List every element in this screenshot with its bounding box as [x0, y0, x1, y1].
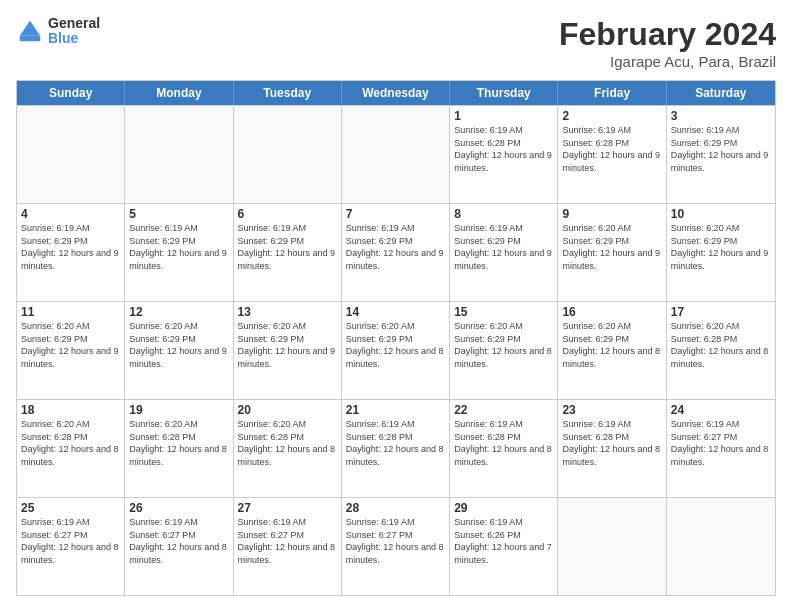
day-number: 5 [129, 207, 228, 221]
day-info: Sunrise: 6:19 AMSunset: 6:28 PMDaylight:… [454, 124, 553, 174]
day-cell-17: 17Sunrise: 6:20 AMSunset: 6:28 PMDayligh… [667, 302, 775, 399]
header-day-monday: Monday [125, 81, 233, 105]
day-info: Sunrise: 6:19 AMSunset: 6:27 PMDaylight:… [238, 516, 337, 566]
day-info: Sunrise: 6:19 AMSunset: 6:26 PMDaylight:… [454, 516, 553, 566]
day-info: Sunrise: 6:19 AMSunset: 6:28 PMDaylight:… [562, 124, 661, 174]
week-row-1: 4Sunrise: 6:19 AMSunset: 6:29 PMDaylight… [17, 203, 775, 301]
header-day-sunday: Sunday [17, 81, 125, 105]
day-cell-21: 21Sunrise: 6:19 AMSunset: 6:28 PMDayligh… [342, 400, 450, 497]
empty-cell [17, 106, 125, 203]
main-title: February 2024 [559, 16, 776, 53]
day-cell-10: 10Sunrise: 6:20 AMSunset: 6:29 PMDayligh… [667, 204, 775, 301]
header-day-friday: Friday [558, 81, 666, 105]
svg-rect-1 [20, 36, 41, 42]
day-info: Sunrise: 6:20 AMSunset: 6:29 PMDaylight:… [671, 222, 771, 272]
day-cell-1: 1Sunrise: 6:19 AMSunset: 6:28 PMDaylight… [450, 106, 558, 203]
empty-cell [125, 106, 233, 203]
svg-marker-0 [20, 21, 41, 36]
day-info: Sunrise: 6:20 AMSunset: 6:29 PMDaylight:… [562, 320, 661, 370]
header-day-thursday: Thursday [450, 81, 558, 105]
day-number: 25 [21, 501, 120, 515]
day-info: Sunrise: 6:19 AMSunset: 6:27 PMDaylight:… [21, 516, 120, 566]
calendar-body: 1Sunrise: 6:19 AMSunset: 6:28 PMDaylight… [17, 105, 775, 595]
day-number: 29 [454, 501, 553, 515]
day-info: Sunrise: 6:20 AMSunset: 6:29 PMDaylight:… [21, 320, 120, 370]
day-cell-18: 18Sunrise: 6:20 AMSunset: 6:28 PMDayligh… [17, 400, 125, 497]
day-cell-24: 24Sunrise: 6:19 AMSunset: 6:27 PMDayligh… [667, 400, 775, 497]
empty-cell [342, 106, 450, 203]
week-row-4: 25Sunrise: 6:19 AMSunset: 6:27 PMDayligh… [17, 497, 775, 595]
day-info: Sunrise: 6:19 AMSunset: 6:29 PMDaylight:… [129, 222, 228, 272]
day-number: 27 [238, 501, 337, 515]
day-number: 11 [21, 305, 120, 319]
calendar: SundayMondayTuesdayWednesdayThursdayFrid… [16, 80, 776, 596]
day-info: Sunrise: 6:19 AMSunset: 6:29 PMDaylight:… [454, 222, 553, 272]
day-number: 9 [562, 207, 661, 221]
day-number: 6 [238, 207, 337, 221]
day-number: 19 [129, 403, 228, 417]
day-info: Sunrise: 6:19 AMSunset: 6:28 PMDaylight:… [346, 418, 445, 468]
day-cell-5: 5Sunrise: 6:19 AMSunset: 6:29 PMDaylight… [125, 204, 233, 301]
day-number: 28 [346, 501, 445, 515]
day-number: 23 [562, 403, 661, 417]
header-day-wednesday: Wednesday [342, 81, 450, 105]
day-info: Sunrise: 6:20 AMSunset: 6:29 PMDaylight:… [129, 320, 228, 370]
header-day-saturday: Saturday [667, 81, 775, 105]
day-number: 10 [671, 207, 771, 221]
day-number: 2 [562, 109, 661, 123]
week-row-0: 1Sunrise: 6:19 AMSunset: 6:28 PMDaylight… [17, 105, 775, 203]
week-row-3: 18Sunrise: 6:20 AMSunset: 6:28 PMDayligh… [17, 399, 775, 497]
day-info: Sunrise: 6:19 AMSunset: 6:29 PMDaylight:… [346, 222, 445, 272]
day-cell-22: 22Sunrise: 6:19 AMSunset: 6:28 PMDayligh… [450, 400, 558, 497]
day-info: Sunrise: 6:19 AMSunset: 6:29 PMDaylight:… [238, 222, 337, 272]
day-number: 3 [671, 109, 771, 123]
day-info: Sunrise: 6:19 AMSunset: 6:29 PMDaylight:… [671, 124, 771, 174]
day-info: Sunrise: 6:20 AMSunset: 6:28 PMDaylight:… [671, 320, 771, 370]
day-number: 22 [454, 403, 553, 417]
day-info: Sunrise: 6:20 AMSunset: 6:29 PMDaylight:… [238, 320, 337, 370]
logo: General Blue [16, 16, 100, 47]
day-info: Sunrise: 6:20 AMSunset: 6:29 PMDaylight:… [562, 222, 661, 272]
day-cell-27: 27Sunrise: 6:19 AMSunset: 6:27 PMDayligh… [234, 498, 342, 595]
day-info: Sunrise: 6:20 AMSunset: 6:29 PMDaylight:… [454, 320, 553, 370]
day-number: 26 [129, 501, 228, 515]
day-cell-8: 8Sunrise: 6:19 AMSunset: 6:29 PMDaylight… [450, 204, 558, 301]
day-info: Sunrise: 6:20 AMSunset: 6:29 PMDaylight:… [346, 320, 445, 370]
day-number: 1 [454, 109, 553, 123]
day-cell-13: 13Sunrise: 6:20 AMSunset: 6:29 PMDayligh… [234, 302, 342, 399]
header: General Blue February 2024 Igarape Acu, … [16, 16, 776, 70]
logo-general: General [48, 16, 100, 31]
empty-cell [558, 498, 666, 595]
calendar-header: SundayMondayTuesdayWednesdayThursdayFrid… [17, 81, 775, 105]
title-block: February 2024 Igarape Acu, Para, Brazil [559, 16, 776, 70]
day-info: Sunrise: 6:20 AMSunset: 6:28 PMDaylight:… [238, 418, 337, 468]
day-cell-26: 26Sunrise: 6:19 AMSunset: 6:27 PMDayligh… [125, 498, 233, 595]
day-cell-28: 28Sunrise: 6:19 AMSunset: 6:27 PMDayligh… [342, 498, 450, 595]
day-info: Sunrise: 6:19 AMSunset: 6:28 PMDaylight:… [562, 418, 661, 468]
day-info: Sunrise: 6:19 AMSunset: 6:27 PMDaylight:… [129, 516, 228, 566]
empty-cell [234, 106, 342, 203]
day-info: Sunrise: 6:19 AMSunset: 6:27 PMDaylight:… [346, 516, 445, 566]
day-cell-23: 23Sunrise: 6:19 AMSunset: 6:28 PMDayligh… [558, 400, 666, 497]
day-number: 4 [21, 207, 120, 221]
day-info: Sunrise: 6:20 AMSunset: 6:28 PMDaylight:… [21, 418, 120, 468]
day-number: 8 [454, 207, 553, 221]
day-info: Sunrise: 6:20 AMSunset: 6:28 PMDaylight:… [129, 418, 228, 468]
day-cell-19: 19Sunrise: 6:20 AMSunset: 6:28 PMDayligh… [125, 400, 233, 497]
day-cell-25: 25Sunrise: 6:19 AMSunset: 6:27 PMDayligh… [17, 498, 125, 595]
day-cell-29: 29Sunrise: 6:19 AMSunset: 6:26 PMDayligh… [450, 498, 558, 595]
day-cell-3: 3Sunrise: 6:19 AMSunset: 6:29 PMDaylight… [667, 106, 775, 203]
day-cell-11: 11Sunrise: 6:20 AMSunset: 6:29 PMDayligh… [17, 302, 125, 399]
day-number: 21 [346, 403, 445, 417]
day-number: 18 [21, 403, 120, 417]
day-cell-7: 7Sunrise: 6:19 AMSunset: 6:29 PMDaylight… [342, 204, 450, 301]
day-number: 24 [671, 403, 771, 417]
subtitle: Igarape Acu, Para, Brazil [559, 53, 776, 70]
empty-cell [667, 498, 775, 595]
day-cell-14: 14Sunrise: 6:20 AMSunset: 6:29 PMDayligh… [342, 302, 450, 399]
day-cell-9: 9Sunrise: 6:20 AMSunset: 6:29 PMDaylight… [558, 204, 666, 301]
week-row-2: 11Sunrise: 6:20 AMSunset: 6:29 PMDayligh… [17, 301, 775, 399]
day-cell-2: 2Sunrise: 6:19 AMSunset: 6:28 PMDaylight… [558, 106, 666, 203]
day-number: 13 [238, 305, 337, 319]
logo-icon [16, 17, 44, 45]
